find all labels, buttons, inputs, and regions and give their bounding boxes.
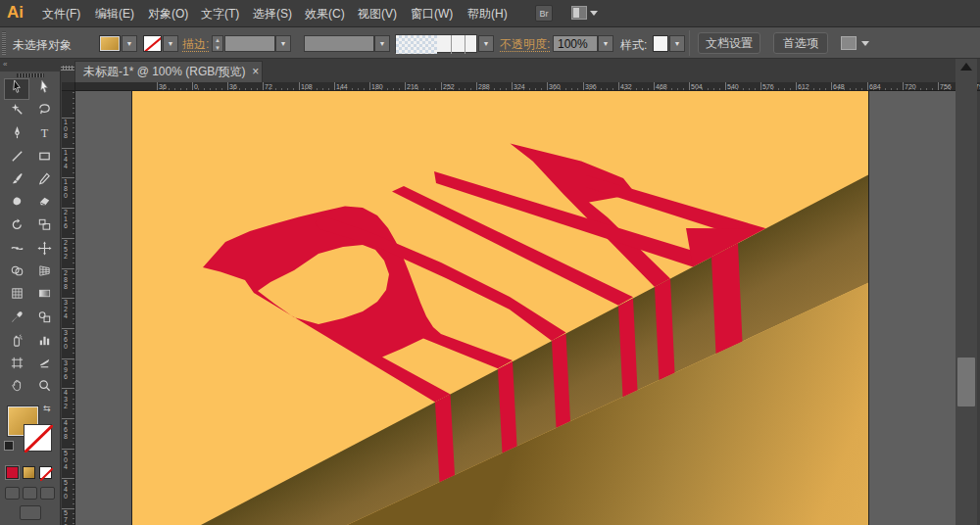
svg-text:T: T <box>40 126 48 140</box>
